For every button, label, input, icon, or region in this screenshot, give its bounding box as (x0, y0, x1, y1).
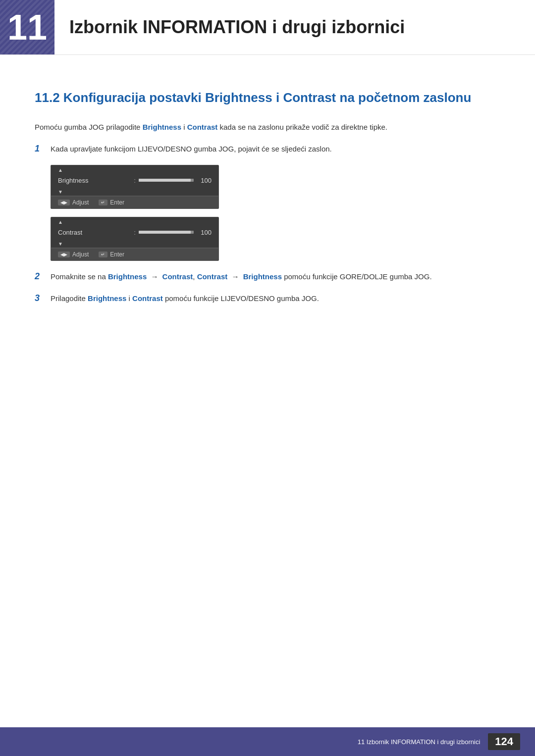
footer-text: 11 Izbornik INFORMATION i drugi izbornic… (358, 738, 481, 746)
osd-brightness-header: ▲ (51, 165, 218, 174)
osd-brightness-value: 100 (198, 177, 212, 184)
item-text-2: Pomaknite se na Brightness → Contrast, C… (51, 271, 500, 283)
item-number-2: 2 (35, 271, 45, 282)
contrast-enter-label: Enter (110, 251, 124, 258)
contrast-enter-item: ↵ Enter (99, 251, 124, 258)
osd-contrast-up-arrow: ▲ (58, 219, 63, 225)
osd-contrast-down-arrow: ▼ (58, 241, 63, 247)
item-text-1: Kada upravljate funkcijom LIJEVO/DESNO g… (51, 143, 500, 155)
section-heading: 11.2 Konfiguracija postavki Brightness i… (35, 90, 500, 106)
contrast-osd: ▲ Contrast : 100 ▼ ◀▶ (51, 217, 219, 261)
osd-contrast-down: ▼ (51, 239, 218, 248)
osd-contrast-value: 100 (198, 229, 212, 236)
list-item-3: 3 Prilagodite Brightness i Contrast pomo… (35, 293, 500, 304)
item-number-1: 1 (35, 144, 45, 154)
osd-brightness-label: Brightness (58, 177, 131, 184)
osd-contrast-bar (139, 231, 194, 234)
chapter-title: Izbornik INFORMATION i drugi izbornici (69, 17, 405, 38)
item-number-3: 3 (35, 293, 45, 303)
contrast-adjust-item: ◀▶ Adjust (58, 251, 89, 258)
adjust-key: ◀▶ (58, 200, 70, 205)
enter-key: ↵ (99, 200, 107, 205)
adjust-item: ◀▶ Adjust (58, 199, 89, 206)
chapter-number: 11 (0, 0, 54, 54)
item-text-3: Prilagodite Brightness i Contrast pomoću… (51, 293, 500, 304)
brightness-osd: ▲ Brightness : 100 ▼ ◀▶ (51, 165, 219, 209)
osd-contrast-row: Contrast : 100 (51, 226, 218, 239)
list-item-2: 2 Pomaknite se na Brightness → Contrast,… (35, 271, 500, 283)
osd-up-arrow: ▲ (58, 167, 63, 173)
enter-label: Enter (110, 199, 124, 206)
osd-down-arrow: ▼ (58, 189, 63, 195)
osd-contrast-header: ▲ (51, 217, 218, 226)
osd-contrast-label: Contrast (58, 229, 131, 236)
intro-paragraph: Pomoću gumba JOG prilagodite Brightness … (35, 121, 500, 133)
osd-brightness-bar (139, 179, 194, 182)
page-number: 124 (488, 733, 520, 750)
enter-item: ↵ Enter (99, 199, 124, 206)
page-footer: 11 Izbornik INFORMATION i drugi izbornic… (0, 727, 535, 756)
osd-brightness-fill (139, 179, 191, 182)
adjust-label: Adjust (72, 199, 89, 206)
osd-contrast-bar-area: 100 (139, 229, 212, 236)
contrast-enter-key: ↵ (99, 252, 107, 257)
osd-container: ▲ Brightness : 100 ▼ ◀▶ (51, 165, 500, 261)
osd-contrast-fill (139, 231, 191, 234)
chapter-header: 11 Izbornik INFORMATION i drugi izbornic… (0, 0, 535, 55)
contrast-adjust-label: Adjust (72, 251, 89, 258)
osd-contrast-footer: ◀▶ Adjust ↵ Enter (51, 248, 218, 260)
osd-brightness-row: Brightness : 100 (51, 174, 218, 187)
osd-brightness-down: ▼ (51, 187, 218, 196)
chapter-title-area: Izbornik INFORMATION i drugi izbornici (54, 0, 535, 54)
contrast-adjust-key: ◀▶ (58, 252, 70, 257)
main-content: 11.2 Konfiguracija postavki Brightness i… (0, 75, 535, 354)
osd-brightness-footer: ◀▶ Adjust ↵ Enter (51, 196, 218, 208)
osd-brightness-bar-area: 100 (139, 177, 212, 184)
list-item-1: 1 Kada upravljate funkcijom LIJEVO/DESNO… (35, 143, 500, 155)
